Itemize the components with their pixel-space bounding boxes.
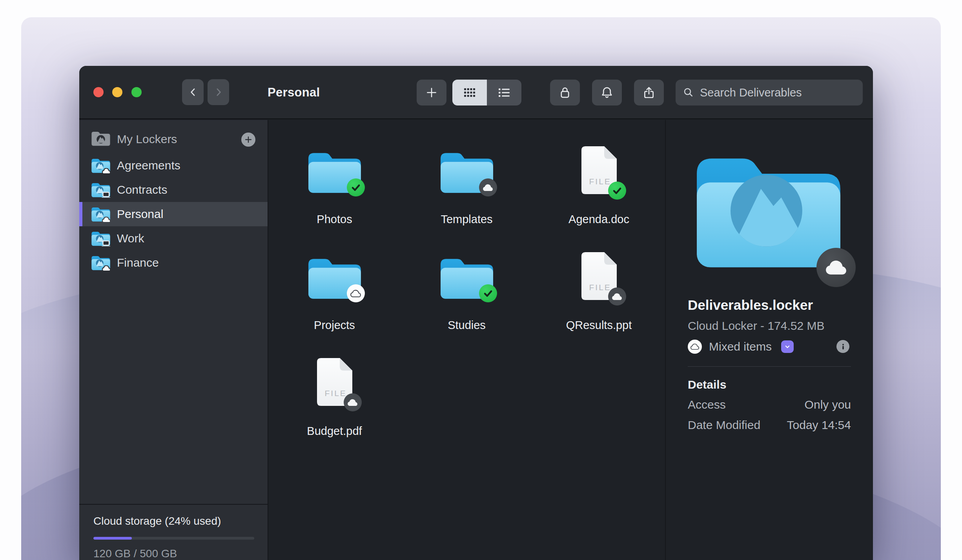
synced-badge-icon — [608, 182, 626, 200]
cloud-outline-badge-icon — [347, 284, 365, 302]
locker-folder-cloud-icon — [91, 157, 111, 175]
bell-icon — [600, 86, 614, 99]
sidebar-item-work[interactable]: Work — [79, 226, 268, 251]
sidebar-header: My Lockers — [79, 129, 268, 150]
window-content: My Lockers Agreements — [79, 120, 873, 560]
detail-row-date-modified: Date Modified Today 14:54 — [688, 417, 851, 433]
grid-item-projects[interactable]: Projects — [268, 226, 401, 332]
sidebar: My Lockers Agreements — [79, 120, 268, 560]
divider — [688, 366, 851, 367]
locker-folder-cloud-icon — [91, 254, 111, 272]
synced-badge-icon — [347, 178, 365, 196]
lock-button[interactable] — [550, 80, 580, 105]
locker-list: Agreements Contracts — [79, 153, 268, 275]
notifications-button[interactable] — [592, 80, 622, 105]
back-button[interactable] — [182, 79, 204, 105]
grid-view-button[interactable] — [452, 80, 487, 105]
item-label: Photos — [317, 213, 352, 226]
item-label: QResults.ppt — [566, 319, 632, 332]
item-type-label: Mixed items — [709, 340, 772, 353]
forward-button[interactable] — [208, 79, 229, 105]
info-icon — [839, 343, 847, 351]
sidebar-item-finance[interactable]: Finance — [79, 251, 268, 275]
grid-item-budget-pdf[interactable]: FILE Budget.pdf — [268, 332, 401, 438]
grid-item-qresults-ppt[interactable]: FILE QResults.ppt — [533, 226, 665, 332]
file-grid: Photos Templates — [268, 120, 666, 560]
lock-icon — [558, 86, 572, 99]
locker-preview-icon — [692, 143, 845, 272]
share-icon — [642, 86, 656, 99]
chevron-down-icon — [783, 343, 791, 351]
list-view-icon — [498, 86, 510, 99]
chevron-right-icon — [213, 86, 224, 98]
item-label: Projects — [314, 319, 355, 332]
list-view-button[interactable] — [487, 80, 521, 105]
share-button[interactable] — [634, 80, 664, 105]
storage-usage: 120 GB / 500 GB — [93, 547, 253, 560]
item-label: Budget.pdf — [307, 425, 362, 438]
sidebar-item-agreements[interactable]: Agreements — [79, 153, 268, 178]
plus-icon — [244, 135, 253, 144]
search-icon — [683, 87, 694, 98]
info-button[interactable] — [836, 340, 849, 353]
item-label: Templates — [441, 213, 492, 226]
grid-item-studies[interactable]: Studies — [401, 226, 533, 332]
add-locker-button[interactable] — [241, 133, 255, 147]
plus-icon — [425, 86, 438, 99]
details-heading: Details — [688, 378, 726, 391]
sidebar-header-label: My Lockers — [117, 129, 177, 150]
close-window-button[interactable] — [93, 87, 104, 97]
sidebar-item-contracts[interactable]: Contracts — [79, 178, 268, 202]
grid-item-agenda-doc[interactable]: FILE Agenda.doc — [533, 120, 665, 226]
file-watermark: FILE — [589, 283, 611, 292]
zoom-window-button[interactable] — [131, 87, 142, 97]
inspector-subtitle: Cloud Locker - 174.52 MB — [688, 319, 825, 333]
view-toggle — [452, 80, 521, 105]
cloud-badge-icon — [344, 393, 362, 411]
add-item-button[interactable] — [417, 80, 446, 105]
cloud-badge-icon — [816, 248, 856, 287]
detail-row-access: Access Only you — [688, 397, 851, 413]
minimize-window-button[interactable] — [112, 87, 122, 97]
app-window: Personal — [79, 66, 873, 560]
item-label: Agenda.doc — [568, 213, 629, 226]
grid-view-icon — [463, 86, 476, 99]
title-bar: Personal — [79, 66, 873, 119]
search-field[interactable] — [676, 80, 863, 105]
storage-progress-bar — [93, 537, 254, 540]
expand-type-button[interactable] — [781, 340, 794, 353]
storage-progress-fill — [93, 537, 132, 540]
locker-folder-cloud-icon — [91, 205, 111, 224]
cloud-badge-icon — [479, 178, 497, 196]
synced-badge-icon — [479, 284, 497, 302]
grid-item-templates[interactable]: Templates — [401, 120, 533, 226]
inspector-title: Deliverables.locker — [688, 297, 813, 313]
cloud-badge-icon — [608, 287, 626, 305]
locker-folder-device-icon — [91, 181, 111, 199]
locker-folder-device-icon — [91, 230, 111, 248]
item-label: Studies — [448, 319, 486, 332]
desktop-wallpaper: Personal — [21, 17, 941, 560]
inspector-panel: Deliverables.locker Cloud Locker - 174.5… — [666, 120, 873, 560]
cloud-storage-panel: Cloud storage (24% used) 120 GB / 500 GB — [79, 504, 268, 560]
item-type-row: Mixed items — [688, 338, 851, 355]
file-watermark: FILE — [325, 389, 347, 398]
storage-label: Cloud storage (24% used) — [93, 515, 253, 527]
my-lockers-icon — [91, 130, 111, 148]
grid-item-photos[interactable]: Photos — [268, 120, 401, 226]
sidebar-item-personal[interactable]: Personal — [79, 202, 268, 226]
cloud-outline-badge-icon — [688, 340, 702, 354]
window-title: Personal — [268, 66, 320, 119]
chevron-left-icon — [187, 86, 199, 98]
file-watermark: FILE — [589, 177, 611, 186]
search-input[interactable] — [700, 86, 856, 99]
